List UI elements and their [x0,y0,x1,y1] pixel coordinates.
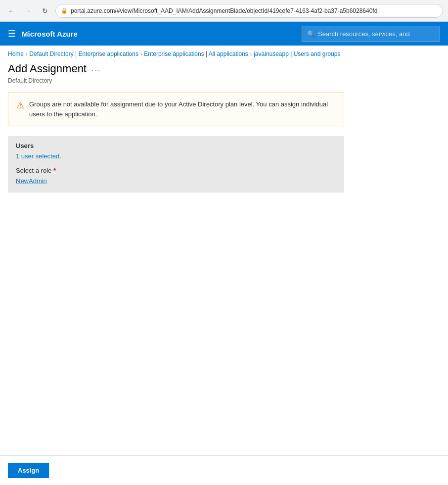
address-bar[interactable]: 🔒 portal.azure.com/#view/Microsoft_AAD_I… [55,4,443,18]
search-placeholder: Search resources, services, and [318,30,410,38]
azure-logo: Microsoft Azure [22,30,78,38]
forward-button[interactable]: → [22,4,35,17]
breadcrumb-home[interactable]: Home [8,50,24,57]
page-footer: Assign [0,455,448,485]
more-options-button[interactable]: ... [91,64,101,73]
lock-icon: 🔒 [61,7,68,14]
warning-message: Groups are not available for assignment … [29,99,336,119]
breadcrumb-default-directory[interactable]: Default Directory | Enterprise applicati… [29,50,138,57]
back-button[interactable]: ← [5,4,18,17]
azure-header: ☰ Microsoft Azure 🔍 Search resources, se… [0,22,448,46]
role-label: Select a role * [16,167,336,174]
role-required-marker: * [53,167,56,174]
breadcrumb-users-groups[interactable]: javainuseapp | Users and groups [254,50,340,57]
url-text: portal.azure.com/#view/Microsoft_AAD_IAM… [71,7,377,14]
role-label-text: Select a role [16,167,51,174]
breadcrumb-sep-2: › [140,51,142,57]
assign-button[interactable]: Assign [8,463,49,478]
user-selected-link[interactable]: 1 user selected. [16,152,336,160]
hamburger-menu-icon[interactable]: ☰ [8,28,16,39]
refresh-button[interactable]: ↻ [39,4,51,17]
breadcrumb-sep-3: › [250,51,252,57]
warning-box: ⚠ Groups are not available for assignmen… [8,92,344,126]
users-section-label: Users [16,142,336,149]
page-title: Add Assignment [8,62,87,75]
page-title-area: Add Assignment ... [8,62,440,75]
page-subtitle: Default Directory [8,77,440,84]
main-content: Add Assignment ... Default Directory ⚠ G… [0,62,448,200]
breadcrumb-sep-1: › [26,51,27,57]
assignment-panel: Users 1 user selected. Select a role * N… [8,136,344,193]
breadcrumb-enterprise-apps[interactable]: Enterprise applications | All applicatio… [144,50,248,57]
global-search[interactable]: 🔍 Search resources, services, and [302,26,440,42]
role-value[interactable]: NewAdmin [16,177,47,185]
search-icon: 🔍 [307,30,315,38]
breadcrumb: Home › Default Directory | Enterprise ap… [0,46,448,62]
browser-chrome: ← → ↻ 🔒 portal.azure.com/#view/Microsoft… [0,0,448,22]
warning-icon: ⚠ [16,100,24,111]
